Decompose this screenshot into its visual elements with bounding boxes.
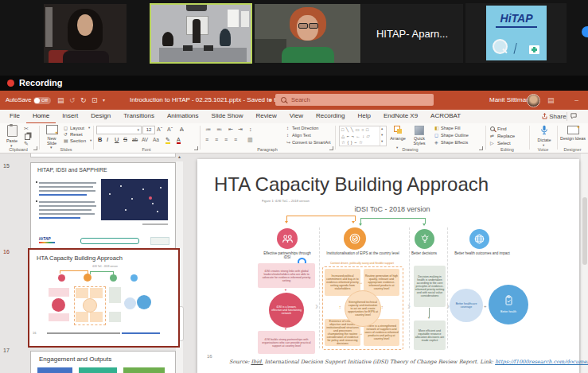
redo-icon[interactable]: ↻	[80, 91, 87, 110]
green-bracket-arrow-right	[423, 223, 426, 226]
italic-button[interactable]: I	[107, 137, 108, 143]
font-name-select[interactable]: ▾	[96, 126, 142, 134]
user-avatar[interactable]	[527, 94, 540, 107]
character-spacing-icon[interactable]: AV	[142, 138, 148, 143]
font-color-button[interactable]: A	[177, 137, 181, 144]
tab-transitions[interactable]: Transitions	[117, 110, 161, 124]
bullets-icon[interactable]: ≔	[205, 126, 211, 132]
tab-slide-show[interactable]: Slide Show	[205, 110, 250, 124]
columns-icon[interactable]: ▥	[247, 137, 253, 142]
save-icon[interactable]: ▤	[57, 91, 64, 110]
image-caption-skeleton	[142, 223, 168, 225]
decrease-indent-icon[interactable]: ⇤	[228, 126, 233, 132]
paragraph-dialog-launcher[interactable]	[329, 146, 333, 150]
thumbnail-slide-15[interactable]: HITAP, IDSI and SAPPHIRE	[30, 162, 176, 254]
shrink-font-icon[interactable]: Aˇ	[167, 126, 173, 132]
thumbnail-slide-16[interactable]: HTA Capacity Building Approach iDSI ToC …	[28, 248, 180, 348]
share-label: Share	[549, 113, 566, 120]
meeting-control-button[interactable]	[582, 26, 588, 37]
arrange-button[interactable]: Arrange ▾	[389, 126, 407, 134]
shape-fill-icon: ◧	[434, 126, 439, 130]
tab-view[interactable]: View	[283, 110, 310, 124]
start-from-beginning-icon[interactable]: ⊡	[92, 91, 98, 110]
replace-icon: ⇄	[490, 134, 494, 138]
new-slide-button[interactable]: ✦ New Slide ▾	[42, 125, 61, 149]
align-center-icon[interactable]: ≡	[215, 137, 218, 142]
select-label: Select	[497, 141, 511, 146]
main-scrollbar-thumb[interactable]	[582, 197, 587, 265]
align-right-icon[interactable]: ≡	[224, 137, 228, 142]
cut-icon[interactable]: ✂	[24, 126, 29, 131]
participant-video-2[interactable]	[255, 4, 360, 63]
partnership-stage-circle	[277, 228, 298, 249]
main-scrollbar[interactable]	[581, 153, 588, 373]
source-line: Source: Ibid. International Decision Sup…	[229, 359, 573, 365]
bold-button[interactable]: B	[98, 137, 102, 143]
tab-animations[interactable]: Animations	[161, 110, 205, 124]
numbering-icon[interactable]: ≕	[216, 126, 222, 132]
layout-dropdown-icon: ▾	[88, 126, 90, 130]
text-shadow-icon[interactable]: ab	[132, 138, 138, 143]
double-arrow-icon: ↕	[339, 305, 341, 309]
strikethrough-button[interactable]: S	[123, 137, 127, 143]
source-label: Source:	[229, 359, 249, 365]
participant-video-1[interactable]	[44, 4, 127, 63]
justify-icon[interactable]: ≡	[234, 137, 237, 142]
minimize-icon[interactable]: –	[574, 91, 578, 110]
change-case-icon[interactable]: Aa	[153, 138, 159, 143]
search-input[interactable]: Search	[275, 94, 434, 106]
design-ideas-button[interactable]: ✦ Design Ideas	[559, 126, 586, 134]
underline-button[interactable]: U	[115, 137, 119, 143]
dictate-button[interactable]: Dictate ▾	[532, 125, 557, 136]
lightbulb-icon	[419, 234, 430, 245]
powerpoint-titlebar: AutoSave Off ▤ ↺ ↻ ⊡ ▾ Introduction to H…	[0, 91, 588, 110]
font-size-select[interactable]: 12	[142, 126, 155, 134]
panel-scroll-up-icon[interactable]: ▲	[177, 155, 181, 159]
align-left-icon[interactable]: ≡	[205, 137, 208, 142]
title-dropdown-icon[interactable]: ▾	[269, 91, 271, 110]
tab-acrobat[interactable]: ACROBAT	[424, 110, 467, 124]
green-bracket-arrow-left	[359, 223, 362, 226]
quick-styles-button[interactable]: Quick Styles	[409, 126, 430, 135]
tab-design[interactable]: Design	[84, 110, 117, 124]
tab-recording[interactable]: Recording	[310, 110, 351, 124]
slide-15-number: 15	[3, 163, 10, 169]
thumbnail-slide-17[interactable]: Engagement and Outputs HTA in-person cou…	[30, 351, 176, 373]
tab-endnote[interactable]: EndNote X9	[377, 110, 424, 124]
undo-icon[interactable]: ↺	[69, 91, 76, 110]
shapes-gallery[interactable]: □ ╲ ╲ ▭ ○ □ △ ⌐ ¬ ← ↓ ▱ ☆ { } ~ ☆ ▴ ▾ ▾	[339, 126, 387, 146]
line-spacing-icon[interactable]: ↕	[249, 126, 252, 132]
tab-file[interactable]: File	[3, 110, 26, 124]
increase-indent-icon[interactable]: ⇥	[238, 126, 243, 132]
tab-home[interactable]: Home	[26, 110, 56, 124]
person-right	[220, 29, 231, 46]
paste-button[interactable]: Paste ▾	[4, 125, 20, 146]
clipboard-dialog-launcher[interactable]	[33, 146, 37, 150]
quick-styles-label: Quick Styles	[409, 136, 430, 146]
reset-icon: ↺	[64, 132, 68, 137]
shapes-row-2: △ ⌐ ¬ ← ↓ ▱	[341, 134, 370, 138]
highlight-color-button[interactable]: ✎	[165, 137, 170, 144]
font-dialog-launcher[interactable]	[194, 146, 198, 150]
participant-name-tile[interactable]: HITAP- Aparn...	[361, 4, 463, 63]
double-arrow-icon: ↕	[381, 305, 384, 309]
hitap-logo-small: HiTAP	[39, 236, 51, 241]
source-link[interactable]: https://f1000research.com/documents/7-16…	[495, 359, 588, 365]
designer-group-label: Designer	[557, 147, 588, 152]
meeting-room-video[interactable]	[150, 3, 252, 64]
share-button[interactable]: Share	[542, 110, 567, 123]
format-painter-icon[interactable]: ✎	[24, 141, 29, 146]
clear-formatting-icon[interactable]: A	[180, 126, 184, 132]
autosave-toggle[interactable]: Off	[33, 97, 51, 104]
copy-icon[interactable]	[25, 134, 30, 140]
tab-help[interactable]: Help	[352, 110, 377, 124]
grow-font-icon[interactable]: Aˆ	[157, 126, 162, 132]
ribbon-options-icon[interactable]: ▤	[547, 91, 555, 110]
tab-insert[interactable]: Insert	[56, 110, 84, 124]
shared-screen-tile[interactable]: HiTAP	[465, 3, 567, 63]
gallery-scroll[interactable]: ▴ ▾ ▾	[380, 126, 386, 146]
qat-customize-icon[interactable]: ▾	[103, 91, 105, 110]
tab-review[interactable]: Review	[250, 110, 283, 124]
slide-17-title: Engagement and Outputs	[39, 356, 111, 363]
drawing-dialog-launcher[interactable]	[479, 146, 483, 150]
